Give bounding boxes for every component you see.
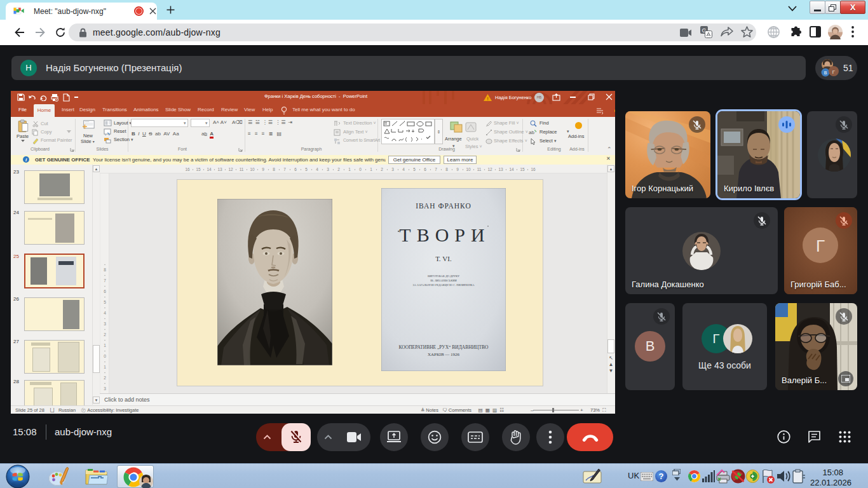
svg-text:7: 7 [283,167,286,172]
svg-text:8: 8 [445,167,448,172]
svg-text:1: 1 [370,167,372,172]
svg-text:4: 4 [316,167,318,172]
svg-text:Т. VI.: Т. VI. [435,255,452,262]
svg-text:7: 7 [435,167,437,172]
svg-text:3: 3 [104,386,106,391]
svg-text:6: 6 [104,289,106,294]
svg-text:2: 2 [337,167,340,172]
svg-text:15: 15 [196,167,201,172]
svg-text:13: 13 [498,167,503,172]
svg-text:12: 12 [228,167,233,172]
svg-text:11: 11 [477,167,482,172]
svg-text:16: 16 [531,167,536,172]
svg-text:10: 10 [466,167,471,172]
svg-text:14: 14 [509,167,514,172]
svg-text:3: 3 [104,322,106,326]
svg-text:!: ! [487,96,488,102]
svg-text:5: 5 [104,300,106,304]
svg-text:15: 15 [520,167,525,172]
svg-text:11: 11 [240,167,244,172]
svg-text:13: 13 [217,167,222,172]
svg-text:4: 4 [402,167,405,172]
svg-text:1: 1 [348,167,351,172]
svg-text:7: 7 [104,278,106,283]
svg-text:В: В [824,71,827,75]
svg-text:6: 6 [424,167,426,172]
svg-text:6: 6 [294,167,297,172]
svg-text:ІВАН ФРАНКО: ІВАН ФРАНКО [416,202,471,210]
svg-text:3: 3 [391,167,394,172]
svg-text:ХАРКІВ — 1926: ХАРКІВ — 1926 [428,352,460,357]
svg-text:2: 2 [104,332,106,337]
svg-text:0: 0 [104,354,106,358]
svg-text:10: 10 [250,167,255,172]
svg-text:ВИГОТОВАВ ДО ДРУКУ: ВИГОТОВАВ ДО ДРУКУ [428,274,460,278]
svg-text:3: 3 [327,167,329,172]
svg-text:ЗА ЗАГАЛЬНОЮ РЕДАКЦІЄЮ С. ПИЛИ: ЗА ЗАГАЛЬНОЮ РЕДАКЦІЄЮ С. ПИЛИПЕНКА [413,283,475,287]
svg-text:8: 8 [104,268,106,272]
svg-text:5: 5 [305,167,308,172]
svg-text:14: 14 [207,167,212,172]
svg-text:Г: Г [816,236,825,255]
svg-text:12: 12 [487,167,492,172]
svg-text:1: 1 [104,343,106,348]
svg-text:9: 9 [456,167,459,172]
svg-text:0: 0 [359,167,362,172]
svg-text:Г: Г [832,69,836,75]
svg-text:ab: ab [529,130,534,135]
svg-text:КООПЕРАТИВНЕ „РУХ“ ВИДАВНИЦТ: КООПЕРАТИВНЕ „РУХ“ ВИДАВНИЦТВО [399,344,489,350]
svg-text:ІВ. ЛИЗАНІВСЬКИЙ: ІВ. ЛИЗАНІВСЬКИЙ [430,279,457,282]
svg-text:2: 2 [104,376,106,380]
svg-text:4: 4 [104,311,106,315]
svg-text:8: 8 [273,167,275,172]
svg-text:5: 5 [413,167,416,172]
svg-text:9: 9 [262,167,264,172]
svg-text:16: 16 [185,167,190,172]
svg-text:2: 2 [381,167,383,172]
svg-text:1: 1 [104,365,106,369]
svg-text:ТВОРИ: ТВОРИ [399,224,490,245]
